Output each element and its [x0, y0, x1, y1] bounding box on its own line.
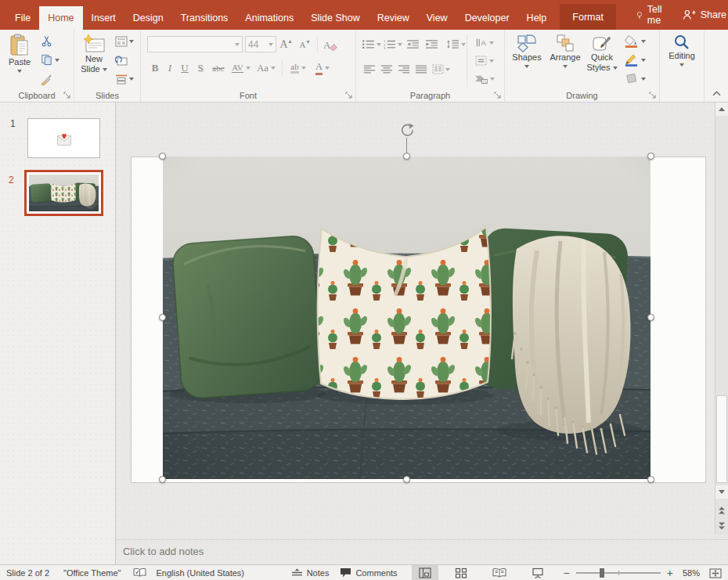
resize-handle-middle-left[interactable] [159, 314, 166, 321]
paste-button[interactable]: Paste [2, 30, 37, 88]
notes-toggle-button[interactable]: Notes [291, 568, 330, 578]
zoom-in-button[interactable]: + [667, 567, 673, 579]
resize-handle-top-left[interactable] [159, 153, 166, 160]
tab-slide-show[interactable]: Slide Show [302, 6, 369, 30]
align-center-button[interactable] [378, 61, 395, 77]
italic-button[interactable]: I [163, 59, 177, 76]
shape-outline-button[interactable] [621, 52, 649, 68]
tab-home[interactable]: Home [39, 6, 82, 30]
tab-format-contextual[interactable]: Format [560, 4, 616, 30]
slide-show-view-button[interactable] [524, 565, 551, 580]
language-indicator[interactable]: English (United States) [156, 568, 244, 578]
resize-handle-bottom-left[interactable] [159, 476, 166, 483]
numbering-button[interactable] [382, 36, 403, 52]
bold-button[interactable]: B [147, 59, 163, 76]
resize-handle-middle-right[interactable] [647, 314, 654, 321]
rotation-handle[interactable] [399, 123, 415, 139]
editor-canvas[interactable] [116, 103, 716, 539]
fit-slide-to-window-button[interactable] [709, 567, 722, 578]
zoom-out-button[interactable]: − [564, 567, 570, 579]
shapes-button[interactable]: Shapes [508, 30, 546, 88]
clear-formatting-button[interactable] [321, 36, 340, 52]
zoom-percent[interactable]: 58% [683, 568, 700, 578]
tab-transitions[interactable]: Transitions [172, 6, 237, 30]
scrollbar-thumb[interactable] [716, 395, 727, 483]
resize-handle-bottom-right[interactable] [647, 476, 654, 483]
font-group-label: Font [141, 91, 355, 100]
editing-button[interactable]: Editing [662, 30, 701, 88]
bullets-button[interactable] [361, 36, 382, 52]
tab-animations[interactable]: Animations [236, 6, 302, 30]
tab-file[interactable]: File [6, 6, 39, 30]
underline-button[interactable]: U [177, 59, 193, 76]
clipboard-dialog-launcher[interactable] [63, 91, 71, 99]
tell-me-button[interactable]: Tell me [629, 0, 674, 30]
slide-1-thumbnail[interactable] [27, 118, 100, 158]
tab-insert[interactable]: Insert [83, 6, 124, 30]
collapse-ribbon-button[interactable] [709, 88, 723, 99]
align-left-button[interactable] [361, 61, 378, 77]
change-case-button[interactable]: Aa [254, 59, 279, 76]
tab-review[interactable]: Review [369, 6, 418, 30]
zoom-slider[interactable] [576, 572, 661, 574]
slide-2-thumbnail-selected[interactable] [24, 170, 103, 216]
paragraph-dialog-launcher[interactable] [493, 91, 502, 99]
scroll-up-button[interactable] [715, 103, 728, 116]
arrange-button[interactable]: Arrange [546, 30, 585, 88]
align-text-button[interactable] [471, 52, 498, 69]
notes-pane[interactable]: Click to add notes [116, 539, 728, 564]
text-shadow-button[interactable]: S [193, 59, 208, 76]
normal-view-button[interactable] [412, 565, 438, 580]
font-size-combobox[interactable]: 44 [245, 36, 276, 52]
resize-handle-top-center[interactable] [403, 153, 410, 160]
slide-sorter-view-button[interactable] [448, 565, 474, 580]
shape-fill-button[interactable] [621, 33, 649, 49]
line-spacing-button[interactable] [444, 36, 467, 52]
increase-font-size-button[interactable]: A▴ [276, 36, 295, 52]
notes-placeholder[interactable]: Click to add notes [123, 546, 204, 557]
new-slide-button[interactable]: New Slide [76, 30, 112, 88]
reset-slide-button[interactable] [112, 52, 131, 68]
decrease-indent-button[interactable] [403, 36, 422, 52]
cut-button[interactable] [37, 33, 56, 49]
reading-view-button[interactable] [485, 565, 514, 580]
align-right-button[interactable] [395, 61, 413, 77]
decrease-font-size-button[interactable]: A▾ [295, 36, 314, 52]
theme-name[interactable]: "Office Theme" [63, 568, 121, 578]
resize-handle-bottom-center[interactable] [403, 476, 410, 483]
comments-toggle-button[interactable]: Comments [340, 567, 397, 578]
selected-picture[interactable] [163, 157, 651, 479]
zoom-slider-thumb[interactable] [600, 568, 604, 578]
text-direction-button[interactable] [471, 34, 498, 51]
strikethrough-button[interactable]: abc [208, 59, 229, 76]
quick-styles-button[interactable]: Quick Styles [585, 30, 619, 88]
convert-to-smartart-button[interactable] [471, 70, 498, 87]
increase-indent-button[interactable] [422, 36, 441, 52]
font-dialog-launcher[interactable] [344, 91, 353, 99]
spell-check-button[interactable] [133, 567, 146, 578]
vertical-scrollbar[interactable] [715, 103, 728, 535]
paste-dropdown-arrow[interactable] [17, 70, 22, 73]
slide-counter[interactable]: Slide 2 of 2 [6, 568, 49, 578]
highlight-color-button[interactable]: ab [286, 59, 311, 76]
format-painter-button[interactable] [37, 70, 56, 87]
tab-view[interactable]: View [418, 6, 456, 30]
next-slide-button[interactable] [715, 519, 728, 532]
copy-button[interactable] [37, 52, 63, 68]
slide-layout-button[interactable] [112, 33, 137, 49]
drawing-dialog-launcher[interactable] [648, 91, 657, 99]
tab-design[interactable]: Design [124, 6, 172, 30]
font-color-button[interactable]: A [311, 59, 334, 76]
tab-developer[interactable]: Developer [456, 6, 518, 30]
share-button[interactable]: Share [674, 0, 728, 30]
previous-slide-button[interactable] [715, 503, 728, 517]
scroll-down-button[interactable] [715, 485, 728, 499]
tab-help[interactable]: Help [518, 6, 556, 30]
section-button[interactable] [112, 70, 137, 87]
justify-button[interactable] [413, 61, 430, 77]
character-spacing-button[interactable]: AV [229, 59, 254, 76]
columns-button[interactable] [430, 61, 452, 77]
resize-handle-top-right[interactable] [647, 153, 654, 160]
shape-effects-button[interactable] [621, 70, 649, 87]
font-name-combobox[interactable] [147, 36, 243, 52]
